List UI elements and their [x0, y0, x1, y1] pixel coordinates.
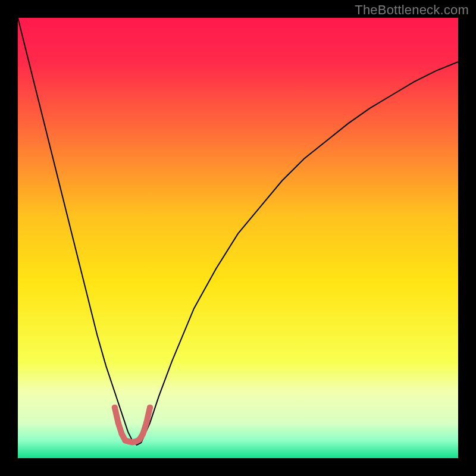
chart-container	[18, 18, 458, 458]
bottleneck-chart	[18, 18, 458, 458]
good-range-dot	[143, 420, 149, 426]
good-range-dot	[147, 405, 153, 411]
good-range-dot	[140, 431, 146, 437]
good-range-dot	[136, 437, 142, 443]
good-range-dot	[115, 420, 121, 426]
good-range-dot	[112, 405, 118, 411]
chart-background	[18, 18, 458, 458]
attribution-text: TheBottleneck.com	[355, 2, 469, 18]
good-range-dot	[119, 431, 125, 437]
